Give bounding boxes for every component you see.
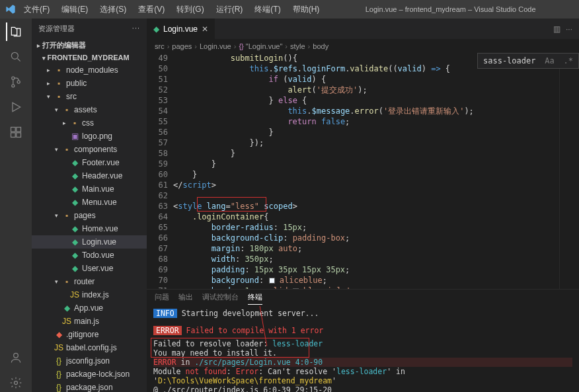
vue-icon: ◆ [70, 158, 79, 167]
breadcrumb-item[interactable]: src [155, 42, 165, 50]
tree-item-label: node_modules [66, 65, 143, 75]
terminal-output[interactable]: INFO Starting development server... ERRO… [147, 306, 579, 392]
json-icon: {} [54, 370, 63, 379]
vue-icon: ◆ [70, 224, 79, 233]
match-case-hint: Aa [545, 56, 554, 65]
vue-icon: ◆ [70, 251, 79, 260]
menu-item[interactable]: 终端(T) [249, 1, 286, 18]
vscode-logo-icon [5, 4, 16, 15]
tree-item[interactable]: ▾▪router [32, 275, 147, 288]
minimap[interactable] [559, 53, 579, 289]
tree-item[interactable]: ◆Login.vue [32, 235, 147, 249]
quick-fix-popup[interactable]: sass-loader Aa .* [477, 53, 579, 69]
vue-icon: ◆ [70, 237, 79, 247]
tree-item[interactable]: {}jsconfig.json [32, 354, 147, 368]
tree-item[interactable]: ▸▪css [32, 116, 147, 130]
tree-item[interactable]: ◆App.vue [32, 301, 147, 315]
tree-item-label: Header.vue [82, 171, 143, 180]
tree-item[interactable]: ◆Todo.vue [32, 249, 147, 262]
settings-gear-icon[interactable] [7, 373, 25, 392]
svg-point-0 [11, 52, 18, 59]
svg-point-3 [17, 81, 20, 83]
js-icon: JS [54, 343, 63, 352]
breadcrumb-item[interactable]: Login.vue [200, 42, 231, 50]
panel-tab[interactable]: 终端 [248, 292, 262, 305]
tree-item-label: router [74, 277, 143, 286]
breadcrumb-item[interactable]: pages [172, 42, 192, 50]
tree-item[interactable]: ◆.gitignore [32, 328, 147, 341]
regex-icon[interactable]: .* [564, 56, 573, 65]
sidebar-explorer: 资源管理器 ··· ▸ 打开的编辑器 ▾ FRONTEND_MYDREAM ▸▪… [32, 19, 147, 392]
panel-tab[interactable]: 输出 [178, 292, 193, 305]
breadcrumb-item[interactable]: style [290, 42, 305, 50]
breadcrumb[interactable]: src›pages›Login.vue›{} "Login.vue"›style… [147, 40, 579, 53]
menu-bar: 文件(F)编辑(E)选择(S)查看(V)转到(G)运行(R)终端(T)帮助(H) [19, 1, 325, 18]
accounts-icon[interactable] [7, 348, 25, 367]
panel-tab[interactable]: 问题 [155, 292, 169, 305]
svg-rect-4 [11, 128, 16, 132]
tree-item[interactable]: JSindex.js [32, 288, 147, 301]
folder-icon: ▪ [62, 211, 71, 220]
menu-item[interactable]: 运行(R) [211, 1, 249, 18]
tree-item-label: App.vue [74, 303, 143, 313]
menu-item[interactable]: 文件(F) [19, 1, 55, 18]
breadcrumb-item[interactable]: body [313, 42, 328, 50]
menu-item[interactable]: 帮助(H) [288, 1, 325, 18]
project-root-label[interactable]: FRONTEND_MYDREAM [48, 54, 130, 61]
tree-item[interactable]: JSmain.js [32, 315, 147, 328]
tree-item[interactable]: JSbabel.config.js [32, 341, 147, 354]
tree-item[interactable]: ▾▪pages [32, 209, 147, 222]
folder-icon: ▪ [62, 277, 71, 286]
tree-item[interactable]: ◆Main.vue [32, 182, 147, 196]
tree-item[interactable]: ◆Home.vue [32, 222, 147, 235]
tab-login-vue[interactable]: ◆ Login.vue ✕ [147, 19, 215, 39]
js-icon: JS [62, 317, 71, 326]
tree-item[interactable]: ▾▪src [32, 90, 147, 103]
breadcrumb-item[interactable]: {} "Login.vue" [239, 42, 282, 50]
tree-item[interactable]: ▾▪assets [32, 103, 147, 116]
tree-item[interactable]: ▸▪public [32, 77, 147, 90]
menu-item[interactable]: 选择(S) [95, 1, 132, 18]
source-control-icon[interactable] [7, 73, 25, 91]
tree-item-label: css [82, 118, 143, 128]
menu-item[interactable]: 编辑(E) [56, 1, 93, 18]
titlebar: 文件(F)编辑(E)选择(S)查看(V)转到(G)运行(R)终端(T)帮助(H)… [0, 0, 579, 19]
open-editors-label[interactable]: 打开的编辑器 [42, 41, 86, 49]
svg-rect-7 [17, 133, 21, 137]
svg-rect-6 [11, 133, 16, 137]
tree-item[interactable]: {}package-lock.json [32, 368, 147, 381]
tree-item[interactable]: ◆Header.vue [32, 169, 147, 182]
tree-item-label: Footer.vue [82, 158, 143, 167]
menu-item[interactable]: 查看(V) [133, 1, 170, 18]
tree-item[interactable]: ◆Menu.vue [32, 196, 147, 209]
extensions-icon[interactable] [7, 123, 25, 141]
tree-item-label: package-lock.json [66, 370, 143, 379]
search-icon[interactable] [7, 48, 25, 66]
line-number-gutter: 4950515253545556575859606162636465666768… [147, 53, 173, 289]
tree-item-label: assets [74, 105, 143, 114]
menu-item[interactable]: 转到(G) [171, 1, 209, 18]
vue-icon: ◆ [70, 171, 79, 180]
close-tab-icon[interactable]: ✕ [202, 24, 208, 34]
tree-item[interactable]: {}package.json [32, 381, 147, 392]
more-actions-icon[interactable]: ··· [566, 24, 572, 34]
tree-item[interactable]: ◆User.vue [32, 262, 147, 275]
code-content[interactable]: submitLogin(){ this.$refs.loginForm.vali… [173, 53, 559, 289]
editor-tabs: ◆ Login.vue ✕ ▥ ··· [147, 19, 579, 40]
run-debug-icon[interactable] [7, 98, 25, 116]
tree-item[interactable]: ◆Footer.vue [32, 156, 147, 169]
panel-tab[interactable]: 调试控制台 [202, 292, 239, 305]
more-icon[interactable]: ··· [132, 24, 140, 34]
tree-item[interactable]: ▸▪node_modules [32, 63, 147, 77]
split-editor-icon[interactable]: ▥ [553, 24, 560, 34]
tree-item-label: .gitignore [66, 330, 143, 339]
editor-area: ◆ Login.vue ✕ ▥ ··· src›pages›Login.vue›… [147, 19, 579, 392]
code-editor[interactable]: 4950515253545556575859606162636465666768… [147, 53, 579, 289]
folder-icon: ▪ [62, 145, 71, 154]
svg-point-2 [12, 85, 15, 87]
tree-item-label: main.js [74, 317, 143, 326]
activity-bar [0, 19, 32, 392]
explorer-icon[interactable] [6, 22, 24, 41]
tree-item[interactable]: ▾▪components [32, 143, 147, 156]
tree-item[interactable]: ▣logo.png [32, 130, 147, 143]
